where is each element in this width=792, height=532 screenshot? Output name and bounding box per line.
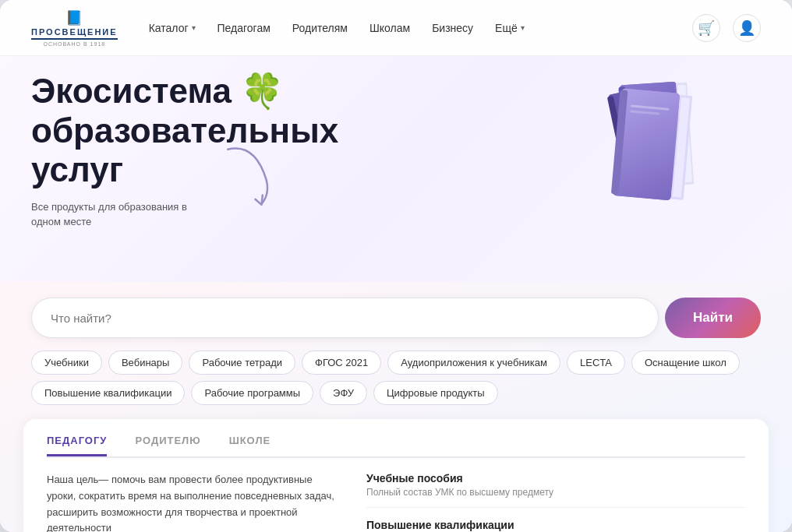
user-button[interactable]: 👤 xyxy=(733,14,761,42)
nav-roditelyam[interactable]: Родителям xyxy=(292,22,348,34)
tabs-right-item-1-sub: Полный состав УМК по высшему предмету xyxy=(366,487,745,498)
logo-icon: 📘 xyxy=(65,9,83,26)
nav-biznesu[interactable]: Бизнесу xyxy=(432,22,473,34)
search-input[interactable] xyxy=(31,298,659,338)
nav-icons: 🛒 👤 xyxy=(692,14,761,42)
hero-books xyxy=(558,64,745,235)
tabs-section: ПЕДАГОГУ РОДИТЕЛЮ ШКОЛЕ Наша цель— помоч… xyxy=(23,419,769,532)
tag-osnashenie[interactable]: Оснащение школ xyxy=(631,351,740,375)
search-section: Найти xyxy=(0,282,792,351)
page: 📘 ПРОСВЕЩЕНИЕ ОСНОВАНО В 1918 Каталог ▾ … xyxy=(0,0,792,532)
hero-subtitle: Все продукты для образования в одном мес… xyxy=(31,199,187,230)
navbar: 📘 ПРОСВЕЩЕНИЕ ОСНОВАНО В 1918 Каталог ▾ … xyxy=(0,0,792,56)
tabs-right-item-1[interactable]: Учебные пособия Полный состав УМК по выс… xyxy=(366,472,745,508)
tags-row: Учебники Вебинары Рабочие тетради ФГОС 2… xyxy=(0,351,792,411)
tabs-right-item-1-title: Учебные пособия xyxy=(366,472,745,484)
tag-vebinary[interactable]: Вебинары xyxy=(108,351,182,375)
tag-lecta[interactable]: LECTA xyxy=(567,351,625,375)
tab-pedagog[interactable]: ПЕДАГОГУ xyxy=(47,435,107,456)
nav-katalog[interactable]: Каталог ▾ xyxy=(149,22,196,34)
tab-shkola[interactable]: ШКОЛЕ xyxy=(229,435,271,456)
tabs-right: Учебные пособия Полный состав УМК по выс… xyxy=(366,472,745,532)
chevron-down-icon: ▾ xyxy=(521,23,525,32)
search-button[interactable]: Найти xyxy=(665,298,761,338)
nav-shkolam[interactable]: Школам xyxy=(369,22,410,34)
tabs-left: Наша цель— помочь вам провести более про… xyxy=(47,472,343,532)
hero-section: Экосистема 🍀 образовательных услуг Все п… xyxy=(0,56,792,282)
tag-programmy[interactable]: Рабочие программы xyxy=(191,381,313,405)
cart-button[interactable]: 🛒 xyxy=(692,14,720,42)
tag-efu[interactable]: ЭФУ xyxy=(320,381,367,405)
tag-digital[interactable]: Цифровые продукты xyxy=(373,381,498,405)
browser-window: 📘 ПРОСВЕЩЕНИЕ ОСНОВАНО В 1918 Каталог ▾ … xyxy=(0,0,792,532)
user-icon: 👤 xyxy=(738,19,755,37)
nav-esche[interactable]: Ещё ▾ xyxy=(495,22,525,34)
logo-sub: ОСНОВАНО В 1918 xyxy=(43,41,105,47)
nav-links: Каталог ▾ Педагогам Родителям Школам Биз… xyxy=(149,22,692,34)
tabs-right-item-2-title: Повышение квалификации xyxy=(366,519,745,531)
tabs-description: Наша цель— помочь вам провести более про… xyxy=(47,472,343,532)
chevron-down-icon: ▾ xyxy=(192,23,196,32)
cart-icon: 🛒 xyxy=(698,19,715,37)
tag-fgos[interactable]: ФГОС 2021 xyxy=(302,351,381,375)
tabs-header: ПЕДАГОГУ РОДИТЕЛЮ ШКОЛЕ xyxy=(47,435,745,458)
tabs-body: Наша цель— помочь вам провести более про… xyxy=(47,472,745,532)
search-bar: Найти xyxy=(31,298,761,338)
tag-audio[interactable]: Аудиоприложения к учебникам xyxy=(387,351,560,375)
tag-tetради[interactable]: Рабочие тетради xyxy=(189,351,295,375)
logo[interactable]: 📘 ПРОСВЕЩЕНИЕ ОСНОВАНО В 1918 xyxy=(31,9,118,47)
tag-povyshenie[interactable]: Повышение квалификации xyxy=(31,381,185,405)
tabs-right-item-2[interactable]: Повышение квалификации Курсы повышения к… xyxy=(366,519,745,532)
tag-uchebniki[interactable]: Учебники xyxy=(31,351,102,375)
logo-text: ПРОСВЕЩЕНИЕ xyxy=(31,27,118,40)
tab-roditel[interactable]: РОДИТЕЛЮ xyxy=(135,435,200,456)
nav-pedagogam[interactable]: Педагогам xyxy=(217,22,270,34)
